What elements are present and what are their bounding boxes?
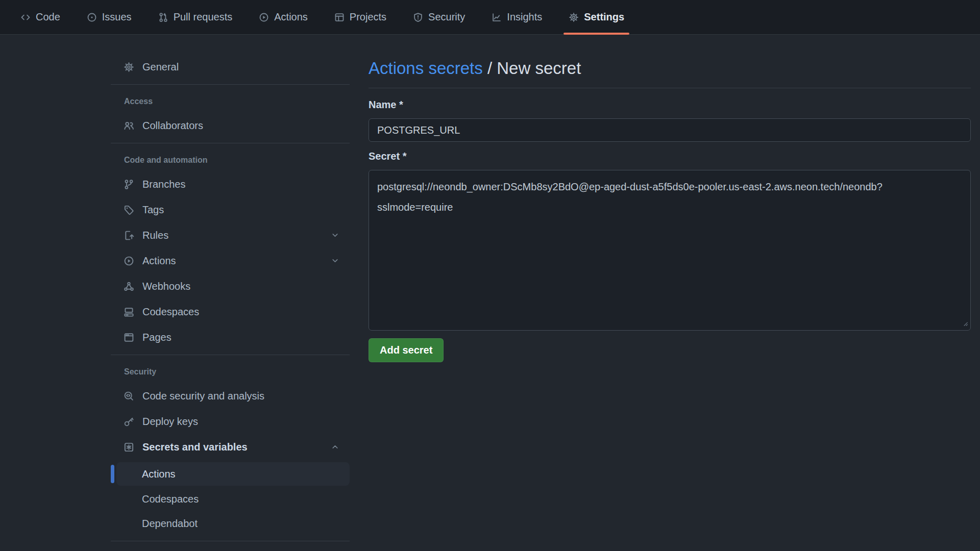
tab-settings[interactable]: Settings: [564, 0, 629, 34]
sidebar-item-codespaces[interactable]: Codespaces: [111, 302, 350, 322]
play-icon: [124, 256, 134, 266]
sidebar-divider: [111, 84, 350, 85]
sidebar-item-label: Actions: [142, 255, 176, 267]
sidebar-item-general[interactable]: General: [111, 57, 350, 77]
repo-nav: Code Issues Pull requests Actions Projec…: [0, 0, 980, 35]
chevron-down-icon: [331, 257, 339, 265]
secret-name-input[interactable]: [369, 118, 971, 142]
settings-layout: General Access Collaborators Code and au…: [111, 34, 971, 548]
gear-icon: [569, 12, 579, 22]
tab-label: Security: [428, 11, 465, 23]
sidebar-item-label: Codespaces: [142, 306, 199, 318]
sidebar-item-branches[interactable]: Branches: [111, 174, 350, 194]
sidebar-item-label: Pages: [142, 332, 172, 343]
sidebar-item-label: Tags: [142, 204, 164, 216]
sidebar-item-webhooks[interactable]: Webhooks: [111, 276, 350, 296]
browser-icon: [124, 332, 134, 343]
graph-icon: [492, 12, 502, 22]
code-icon: [20, 12, 31, 22]
sidebar-item-pages[interactable]: Pages: [111, 327, 350, 347]
secret-label: Secret *: [369, 150, 971, 162]
chevron-down-icon: [331, 231, 339, 240]
table-icon: [334, 12, 345, 22]
git-pull-request-icon: [158, 12, 168, 22]
sidebar-item-deploy-keys[interactable]: Deploy keys: [111, 411, 350, 432]
tab-label: Pull requests: [174, 11, 233, 23]
tab-pull-requests[interactable]: Pull requests: [153, 0, 238, 34]
people-icon: [124, 120, 134, 131]
sidebar-divider: [111, 541, 350, 541]
new-secret-form: Actions secrets / New secret Name * Secr…: [369, 34, 971, 548]
tag-icon: [124, 205, 134, 215]
sidebar-item-rules[interactable]: Rules: [111, 225, 350, 245]
issue-opened-icon: [87, 12, 97, 22]
tab-insights[interactable]: Insights: [486, 0, 547, 34]
shield-icon: [413, 12, 423, 22]
settings-sidebar: General Access Collaborators Code and au…: [111, 34, 350, 548]
tab-label: Insights: [507, 11, 542, 23]
key-icon: [124, 416, 134, 427]
tab-label: Settings: [584, 11, 624, 23]
sidebar-subitem-actions[interactable]: Actions: [116, 462, 350, 486]
page-title: Actions secrets / New secret: [369, 57, 971, 88]
tab-security[interactable]: Security: [408, 0, 470, 34]
tab-label: Actions: [274, 11, 308, 23]
sidebar-divider: [111, 143, 350, 143]
sidebar-item-label: Secrets and variables: [142, 441, 248, 453]
sidebar-subitem-codespaces[interactable]: Codespaces: [111, 489, 350, 509]
gear-icon: [124, 62, 134, 72]
code-scan-icon: [124, 391, 134, 402]
tab-projects[interactable]: Projects: [329, 0, 391, 34]
chevron-up-icon: [331, 443, 339, 452]
sidebar-item-collaborators[interactable]: Collaborators: [111, 115, 350, 136]
secret-value-textarea[interactable]: [369, 170, 971, 331]
sidebar-subitem-dependabot[interactable]: Dependabot: [111, 513, 350, 534]
codespaces-icon: [124, 307, 134, 317]
tab-label: Projects: [350, 11, 386, 23]
sidebar-item-label: Code security and analysis: [142, 390, 264, 402]
selected-accent-bar: [111, 465, 114, 483]
resize-grip-icon[interactable]: [961, 319, 968, 327]
sidebar-item-label: Dependabot: [142, 518, 198, 530]
sidebar-subitem-row-actions: Actions: [111, 462, 350, 486]
name-label: Name *: [369, 98, 971, 111]
sidebar-section-security: Security: [111, 367, 350, 377]
webhook-icon: [124, 281, 134, 292]
sidebar-section-code-and-automation: Code and automation: [111, 156, 350, 165]
sidebar-item-label: Codespaces: [142, 493, 199, 505]
git-branch-icon: [124, 179, 134, 190]
tab-label: Code: [36, 11, 60, 23]
sidebar-item-label: Deploy keys: [142, 416, 198, 428]
breadcrumb-current: New secret: [497, 59, 581, 78]
sidebar-item-label: General: [142, 61, 179, 73]
sidebar-item-tags[interactable]: Tags: [111, 199, 350, 220]
sidebar-divider: [111, 355, 350, 355]
actions-secrets-link[interactable]: Actions secrets: [369, 59, 483, 78]
sidebar-item-label: Collaborators: [142, 120, 203, 132]
tab-label: Issues: [102, 11, 132, 23]
sidebar-item-code-security[interactable]: Code security and analysis: [111, 386, 350, 406]
play-icon: [259, 12, 269, 22]
sidebar-section-access: Access: [111, 97, 350, 106]
sidebar-item-label: Branches: [142, 179, 186, 190]
rules-icon: [124, 230, 134, 241]
tab-actions[interactable]: Actions: [254, 0, 313, 34]
breadcrumb-separator: /: [483, 59, 497, 78]
add-secret-button[interactable]: Add secret: [369, 338, 444, 362]
secrets-asterisk-icon: [124, 442, 134, 453]
tab-code[interactable]: Code: [15, 0, 65, 34]
tab-issues[interactable]: Issues: [82, 0, 137, 34]
sidebar-item-label: Actions: [142, 468, 176, 480]
sidebar-item-label: Webhooks: [142, 281, 190, 292]
sidebar-item-secrets-and-variables[interactable]: Secrets and variables: [111, 437, 350, 457]
secret-value-wrap: [369, 170, 971, 331]
sidebar-item-actions[interactable]: Actions: [111, 251, 350, 271]
sidebar-item-label: Rules: [142, 230, 168, 241]
